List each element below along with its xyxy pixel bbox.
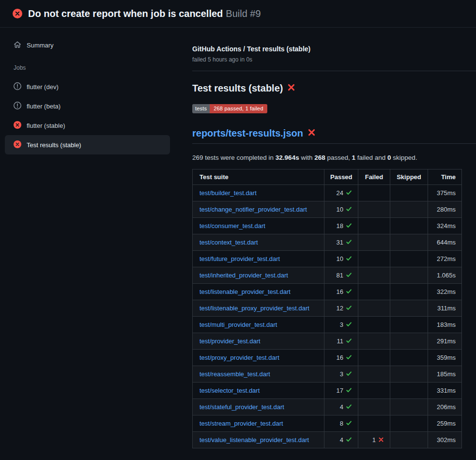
suite-link[interactable]: test/inherited_provider_test.dart <box>200 272 288 279</box>
failed-cell <box>358 267 390 284</box>
suite-cell: test/builder_test.dart <box>193 185 324 201</box>
time-cell: 322ms <box>428 284 462 300</box>
breadcrumb: GitHub Actions / Test results (stable) <box>192 45 476 53</box>
failed-cell <box>358 234 390 251</box>
skipped-cell <box>390 267 428 284</box>
suite-cell: test/change_notifier_provider_test.dart <box>193 201 324 218</box>
table-row: test/change_notifier_provider_test.dart … <box>193 201 462 218</box>
passed-cell: 3 <box>324 366 358 383</box>
suite-cell: test/consumer_test.dart <box>193 218 324 234</box>
time-cell: 259ms <box>428 415 462 432</box>
suite-link[interactable]: test/change_notifier_provider_test.dart <box>200 206 307 213</box>
skipped-cell <box>390 234 428 251</box>
skipped-cell <box>390 366 428 383</box>
skipped-cell <box>390 432 428 448</box>
badge-value: 268 passed, 1 failed <box>210 104 267 113</box>
skipped-cell <box>390 383 428 399</box>
check-icon <box>346 321 352 329</box>
suite-cell: test/inherited_provider_test.dart <box>193 267 324 284</box>
sidebar-item-flutter-beta[interactable]: flutter (beta) <box>5 96 170 116</box>
failed-icon <box>14 121 21 130</box>
suite-cell: test/future_provider_test.dart <box>193 251 324 267</box>
skipped-cell <box>390 201 428 218</box>
passed-cell: 81 <box>324 267 358 284</box>
sidebar-item-summary[interactable]: Summary <box>5 37 170 53</box>
suite-link[interactable]: test/listenable_proxy_provider_test.dart <box>200 305 309 312</box>
sidebar-item-flutter-dev[interactable]: flutter (dev) <box>5 77 170 96</box>
failed-cell: 1 <box>358 432 390 448</box>
failed-cell <box>358 317 390 333</box>
results-table-body: test/builder_test.dart 24 375ms test/cha… <box>193 185 462 448</box>
failed-icon <box>14 140 21 150</box>
suite-link[interactable]: test/future_provider_test.dart <box>200 255 280 262</box>
check-icon <box>346 255 352 263</box>
failed-cell <box>358 300 390 317</box>
passed-cell: 18 <box>324 218 358 234</box>
time-cell: 1.065s <box>428 267 462 284</box>
time-cell: 291ms <box>428 333 462 350</box>
check-icon <box>346 436 352 444</box>
report-title-link[interactable]: reports/test-results.json <box>192 128 303 139</box>
check-icon <box>346 337 352 345</box>
suite-cell: test/provider_test.dart <box>193 333 324 350</box>
suite-link[interactable]: test/selector_test.dart <box>200 387 260 394</box>
sidebar-item-flutter-stable[interactable]: flutter (stable) <box>5 116 170 135</box>
failed-cell <box>358 185 390 201</box>
suite-link[interactable]: test/proxy_provider_test.dart <box>200 354 279 361</box>
passed-cell: 10 <box>324 201 358 218</box>
time-cell: 272ms <box>428 251 462 267</box>
top-header: Do not create report when job is cancell… <box>0 0 476 28</box>
skipped-cell <box>390 300 428 317</box>
suite-link[interactable]: test/listenable_provider_test.dart <box>200 288 291 295</box>
time-cell: 311ms <box>428 300 462 317</box>
passed-cell: 31 <box>324 234 358 251</box>
suite-link[interactable]: test/multi_provider_test.dart <box>200 321 277 328</box>
sidebar-item-label: Test results (stable) <box>27 141 81 149</box>
time-cell: 324ms <box>428 218 462 234</box>
table-row: test/multi_provider_test.dart 3 183ms <box>193 317 462 333</box>
time-cell: 206ms <box>428 399 462 415</box>
table-row: test/selector_test.dart 17 331ms <box>193 383 462 399</box>
table-row: test/inherited_provider_test.dart 81 1.0… <box>193 267 462 284</box>
check-icon <box>346 222 352 230</box>
tests-badge: tests 268 passed, 1 failed <box>192 104 267 113</box>
table-row: test/value_listenable_provider_test.dart… <box>193 432 462 448</box>
check-icon <box>346 420 352 428</box>
status-line: failed 5 hours ago in 0s <box>192 56 476 63</box>
suite-cell: test/reassemble_test.dart <box>193 366 324 383</box>
time-cell: 644ms <box>428 234 462 251</box>
check-icon <box>346 206 352 214</box>
failed-cell <box>358 366 390 383</box>
passed-cell: 17 <box>324 383 358 399</box>
cancelled-icon <box>14 82 21 92</box>
suite-link[interactable]: test/provider_test.dart <box>200 337 261 345</box>
failed-cell <box>358 415 390 432</box>
sidebar-item-test-results-stable[interactable]: Test results (stable) <box>5 135 170 154</box>
suite-link[interactable]: test/context_test.dart <box>200 239 258 246</box>
suite-link[interactable]: test/reassemble_test.dart <box>200 370 270 378</box>
suite-link[interactable]: test/stateful_provider_test.dart <box>200 403 284 411</box>
suite-link[interactable]: test/consumer_test.dart <box>200 222 265 230</box>
suite-link[interactable]: test/value_listenable_provider_test.dart <box>200 436 309 444</box>
failed-cell <box>358 383 390 399</box>
check-icon <box>346 370 352 378</box>
skipped-cell <box>390 399 428 415</box>
passed-cell: 16 <box>324 284 358 300</box>
check-icon <box>346 354 352 362</box>
passed-cell: 4 <box>324 399 358 415</box>
section-divider <box>192 71 476 71</box>
suite-cell: test/stream_provider_test.dart <box>193 415 324 432</box>
badge-label: tests <box>192 104 210 113</box>
suite-cell: test/selector_test.dart <box>193 383 324 399</box>
passed-cell: 12 <box>324 300 358 317</box>
sidebar-item-label: flutter (dev) <box>27 83 59 91</box>
time-cell: 185ms <box>428 366 462 383</box>
suite-link[interactable]: test/stream_provider_test.dart <box>200 420 283 427</box>
failed-cell <box>358 218 390 234</box>
table-row: test/listenable_provider_test.dart 16 32… <box>193 284 462 300</box>
suite-link[interactable]: test/builder_test.dart <box>200 189 257 197</box>
sidebar-item-label: Summary <box>27 42 54 49</box>
check-icon <box>346 288 352 296</box>
sidebar-item-label: flutter (beta) <box>27 103 61 110</box>
failed-cell <box>358 284 390 300</box>
